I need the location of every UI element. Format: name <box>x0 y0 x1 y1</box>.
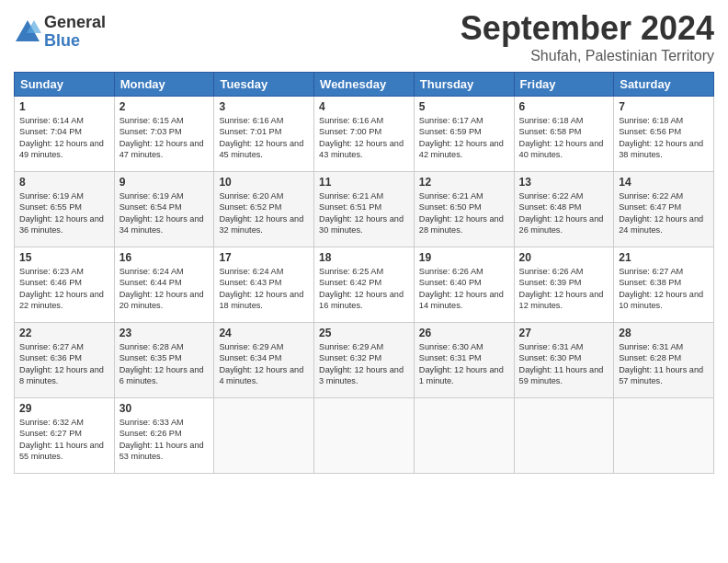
day-4: 4 Sunrise: 6:16 AMSunset: 7:00 PMDayligh… <box>314 97 415 172</box>
day-25: 25 Sunrise: 6:29 AMSunset: 6:32 PMDaylig… <box>314 323 415 398</box>
calendar-header-row: Sunday Monday Tuesday Wednesday Thursday… <box>15 73 714 97</box>
logo-blue: Blue <box>44 32 106 51</box>
empty-cell-4 <box>514 398 614 474</box>
day-29: 29 Sunrise: 6:32 AMSunset: 6:27 PMDaylig… <box>15 398 115 474</box>
day-8: 8 Sunrise: 6:19 AMSunset: 6:55 PMDayligh… <box>15 172 115 247</box>
calendar-row-week2: 8 Sunrise: 6:19 AMSunset: 6:55 PMDayligh… <box>15 172 714 247</box>
header-saturday: Saturday <box>614 73 714 97</box>
empty-cell-1 <box>214 398 314 474</box>
day-5: 5 Sunrise: 6:17 AMSunset: 6:59 PMDayligh… <box>414 97 514 172</box>
location-title: Shufah, Palestinian Territory <box>461 48 714 64</box>
empty-cell-2 <box>314 398 415 474</box>
logo-icon <box>14 18 41 46</box>
day-12: 12 Sunrise: 6:21 AMSunset: 6:50 PMDaylig… <box>414 172 514 247</box>
day-19: 19 Sunrise: 6:26 AMSunset: 6:40 PMDaylig… <box>414 247 514 323</box>
header-sunday: Sunday <box>15 73 115 97</box>
page-container: General Blue September 2024 Shufah, Pale… <box>0 0 728 483</box>
logo-general: General <box>44 14 106 32</box>
day-7: 7 Sunrise: 6:18 AMSunset: 6:56 PMDayligh… <box>614 97 714 172</box>
calendar-row-week3: 15 Sunrise: 6:23 AMSunset: 6:46 PMDaylig… <box>15 247 714 323</box>
day-9: 9 Sunrise: 6:19 AMSunset: 6:54 PMDayligh… <box>114 172 214 247</box>
calendar-row-week1: 1 Sunrise: 6:14 AMSunset: 7:04 PMDayligh… <box>15 97 714 172</box>
day-16: 16 Sunrise: 6:24 AMSunset: 6:44 PMDaylig… <box>114 247 214 323</box>
day-11: 11 Sunrise: 6:21 AMSunset: 6:51 PMDaylig… <box>314 172 415 247</box>
day-18: 18 Sunrise: 6:25 AMSunset: 6:42 PMDaylig… <box>314 247 415 323</box>
day-28: 28 Sunrise: 6:31 AMSunset: 6:28 PMDaylig… <box>614 323 714 398</box>
header-tuesday: Tuesday <box>214 73 314 97</box>
day-3: 3 Sunrise: 6:16 AMSunset: 7:01 PMDayligh… <box>214 97 314 172</box>
logo-text: General Blue <box>44 14 106 51</box>
calendar-row-week5: 29 Sunrise: 6:32 AMSunset: 6:27 PMDaylig… <box>15 398 714 474</box>
day-26: 26 Sunrise: 6:30 AMSunset: 6:31 PMDaylig… <box>414 323 514 398</box>
header-wednesday: Wednesday <box>314 73 415 97</box>
day-10: 10 Sunrise: 6:20 AMSunset: 6:52 PMDaylig… <box>214 172 314 247</box>
month-title: September 2024 <box>461 9 714 48</box>
header: General Blue September 2024 Shufah, Pale… <box>14 9 714 64</box>
day-2: 2 Sunrise: 6:15 AMSunset: 7:03 PMDayligh… <box>114 97 214 172</box>
day-1: 1 Sunrise: 6:14 AMSunset: 7:04 PMDayligh… <box>15 97 115 172</box>
day-13: 13 Sunrise: 6:22 AMSunset: 6:48 PMDaylig… <box>514 172 614 247</box>
day-22: 22 Sunrise: 6:27 AMSunset: 6:36 PMDaylig… <box>15 323 115 398</box>
empty-cell-3 <box>414 398 514 474</box>
day-21: 21 Sunrise: 6:27 AMSunset: 6:38 PMDaylig… <box>614 247 714 323</box>
day-24: 24 Sunrise: 6:29 AMSunset: 6:34 PMDaylig… <box>214 323 314 398</box>
logo: General Blue <box>14 14 106 51</box>
day-23: 23 Sunrise: 6:28 AMSunset: 6:35 PMDaylig… <box>114 323 214 398</box>
calendar-table: Sunday Monday Tuesday Wednesday Thursday… <box>14 72 714 474</box>
calendar-row-week4: 22 Sunrise: 6:27 AMSunset: 6:36 PMDaylig… <box>15 323 714 398</box>
day-6: 6 Sunrise: 6:18 AMSunset: 6:58 PMDayligh… <box>514 97 614 172</box>
day-14: 14 Sunrise: 6:22 AMSunset: 6:47 PMDaylig… <box>614 172 714 247</box>
header-thursday: Thursday <box>414 73 514 97</box>
empty-cell-5 <box>614 398 714 474</box>
header-friday: Friday <box>514 73 614 97</box>
day-17: 17 Sunrise: 6:24 AMSunset: 6:43 PMDaylig… <box>214 247 314 323</box>
title-area: September 2024 Shufah, Palestinian Terri… <box>461 9 714 64</box>
day-15: 15 Sunrise: 6:23 AMSunset: 6:46 PMDaylig… <box>15 247 115 323</box>
day-27: 27 Sunrise: 6:31 AMSunset: 6:30 PMDaylig… <box>514 323 614 398</box>
header-monday: Monday <box>114 73 214 97</box>
day-20: 20 Sunrise: 6:26 AMSunset: 6:39 PMDaylig… <box>514 247 614 323</box>
day-30: 30 Sunrise: 6:33 AMSunset: 6:26 PMDaylig… <box>114 398 214 474</box>
